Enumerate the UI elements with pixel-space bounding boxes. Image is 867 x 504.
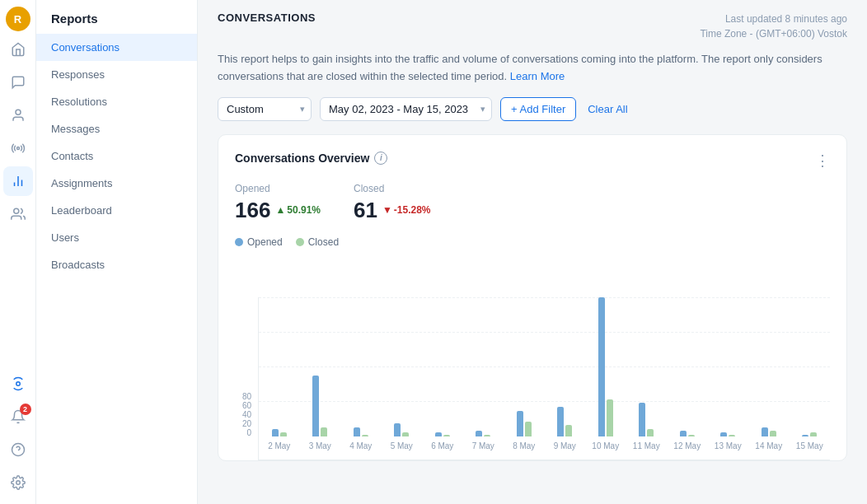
closed-change: ▼ -15.28% bbox=[382, 204, 431, 216]
icon-sidebar: R 2 bbox=[0, 0, 36, 504]
x-axis-label: 9 May bbox=[545, 436, 586, 460]
notifications-icon[interactable]: 2 bbox=[3, 402, 33, 432]
bar-group bbox=[545, 407, 586, 436]
sidebar-item-resolutions[interactable]: Resolutions bbox=[36, 88, 197, 115]
period-select[interactable]: CustomLast 7 daysLast 30 days bbox=[218, 97, 312, 121]
period-filter-wrapper: CustomLast 7 daysLast 30 days bbox=[218, 97, 312, 121]
card-title: Conversations Overview i bbox=[235, 152, 387, 165]
bar-group bbox=[340, 427, 382, 436]
card-header: Conversations Overview i ⋮ bbox=[235, 152, 830, 170]
legend-opened: Opened bbox=[235, 236, 283, 248]
svg-point-1 bbox=[16, 147, 19, 150]
main-content: CONVERSATIONS Last updated 8 minutes ago… bbox=[198, 0, 867, 504]
main-header: CONVERSATIONS Last updated 8 minutes ago… bbox=[198, 0, 867, 41]
sidebar-item-assignments[interactable]: Assignments bbox=[36, 170, 197, 197]
x-axis-labels: 2 May3 May4 May5 May6 May7 May8 May9 May… bbox=[259, 436, 830, 460]
y-axis-label: 40 bbox=[242, 410, 251, 419]
sidebar-item-responses[interactable]: Responses bbox=[36, 61, 197, 88]
bar-group bbox=[667, 431, 708, 436]
bar-closed bbox=[770, 431, 776, 436]
reports-icon[interactable] bbox=[3, 166, 33, 196]
x-axis-label: 11 May bbox=[626, 436, 668, 460]
bar-closed bbox=[321, 427, 327, 436]
bar-closed bbox=[565, 425, 572, 436]
description: This report helps to gain insights into … bbox=[218, 51, 847, 86]
bar-opened bbox=[680, 431, 687, 436]
bar-group bbox=[300, 376, 341, 436]
bar-chart: 806040200 2 May3 May4 May5 May6 May7 May… bbox=[235, 254, 830, 460]
y-axis-label: 60 bbox=[242, 401, 251, 410]
bar-opened bbox=[598, 297, 605, 436]
bar-opened bbox=[517, 411, 523, 436]
sidebar-item-contacts[interactable]: Contacts bbox=[36, 142, 197, 170]
bar-closed bbox=[525, 422, 532, 436]
bar-group bbox=[504, 411, 545, 436]
bar-opened bbox=[762, 427, 768, 436]
nav-title: Reports bbox=[36, 0, 197, 34]
sidebar-item-users[interactable]: Users bbox=[36, 224, 197, 251]
date-range-picker[interactable]: May 02, 2023 - May 15, 2023 bbox=[320, 97, 492, 121]
settings-icon[interactable] bbox=[3, 468, 33, 497]
y-axis: 806040200 bbox=[235, 392, 258, 460]
help-icon[interactable] bbox=[3, 435, 33, 464]
chat-icon[interactable] bbox=[3, 68, 33, 97]
closed-stat: Closed 61 ▼ -15.28% bbox=[354, 183, 431, 223]
x-axis-label: 6 May bbox=[422, 436, 463, 460]
more-options-icon[interactable]: ⋮ bbox=[815, 152, 830, 170]
stats-row: Opened 166 ▲ 50.91% Closed 61 ▼ bbox=[235, 183, 830, 223]
closed-value: 61 ▼ -15.28% bbox=[354, 198, 431, 223]
x-axis-label: 2 May bbox=[259, 436, 300, 460]
add-filter-button[interactable]: + Add Filter bbox=[500, 97, 576, 121]
y-axis-label: 20 bbox=[242, 419, 251, 428]
sidebar-item-messages[interactable]: Messages bbox=[36, 115, 197, 142]
bars-container: 2 May3 May4 May5 May6 May7 May8 May9 May… bbox=[258, 297, 830, 460]
bar-group bbox=[259, 429, 300, 436]
integrations-icon[interactable] bbox=[3, 369, 33, 399]
bar-group bbox=[748, 427, 790, 436]
bar-opened bbox=[476, 431, 482, 436]
y-axis-label: 0 bbox=[246, 428, 251, 437]
avatar[interactable]: R bbox=[6, 7, 30, 31]
opened-label: Opened bbox=[235, 183, 321, 194]
x-axis-label: 10 May bbox=[585, 436, 626, 460]
main-body: This report helps to gain insights into … bbox=[198, 41, 867, 504]
learn-more-link[interactable]: Learn More bbox=[510, 70, 565, 82]
grid-line bbox=[259, 297, 830, 298]
broadcast-icon[interactable] bbox=[3, 133, 33, 163]
legend-opened-dot bbox=[235, 238, 243, 246]
home-icon[interactable] bbox=[3, 35, 33, 64]
up-arrow: ▲ bbox=[275, 204, 285, 216]
date-range-wrapper: May 02, 2023 - May 15, 2023 bbox=[320, 97, 492, 121]
bar-group bbox=[585, 297, 626, 436]
bar-closed bbox=[647, 429, 654, 436]
x-axis-label: 15 May bbox=[790, 436, 831, 460]
sidebar-item-leaderboard[interactable]: Leaderboard bbox=[36, 197, 197, 224]
grid-line bbox=[259, 332, 830, 333]
chart-area: 806040200 2 May3 May4 May5 May6 May7 May… bbox=[235, 254, 830, 460]
info-icon[interactable]: i bbox=[374, 152, 387, 165]
x-axis-label: 14 May bbox=[748, 436, 790, 460]
svg-point-6 bbox=[16, 382, 20, 386]
sidebar-item-broadcasts[interactable]: Broadcasts bbox=[36, 251, 197, 278]
x-axis-label: 5 May bbox=[382, 436, 423, 460]
bar-opened bbox=[639, 403, 645, 436]
svg-point-9 bbox=[16, 481, 20, 485]
down-arrow: ▼ bbox=[382, 204, 392, 216]
clear-all-button[interactable]: Clear All bbox=[584, 98, 630, 120]
opened-change: ▲ 50.91% bbox=[275, 204, 321, 216]
team-icon[interactable] bbox=[3, 199, 33, 229]
bar-group bbox=[463, 431, 504, 436]
contact-icon[interactable] bbox=[3, 100, 33, 130]
grid-line bbox=[259, 401, 830, 402]
y-axis-label: 80 bbox=[242, 392, 251, 401]
opened-value: 166 ▲ 50.91% bbox=[235, 198, 321, 223]
closed-label: Closed bbox=[354, 183, 431, 194]
bar-opened bbox=[354, 427, 360, 436]
sidebar-item-conversations[interactable]: Conversations bbox=[36, 34, 197, 61]
nav-sidebar: Reports Conversations Responses Resoluti… bbox=[36, 0, 198, 504]
x-axis-label: 4 May bbox=[340, 436, 382, 460]
bar-group bbox=[382, 423, 423, 436]
last-updated: Last updated 8 minutes ago Time Zone - (… bbox=[700, 12, 847, 41]
filters-bar: CustomLast 7 daysLast 30 days May 02, 20… bbox=[218, 97, 847, 121]
x-axis-label: 13 May bbox=[708, 436, 749, 460]
